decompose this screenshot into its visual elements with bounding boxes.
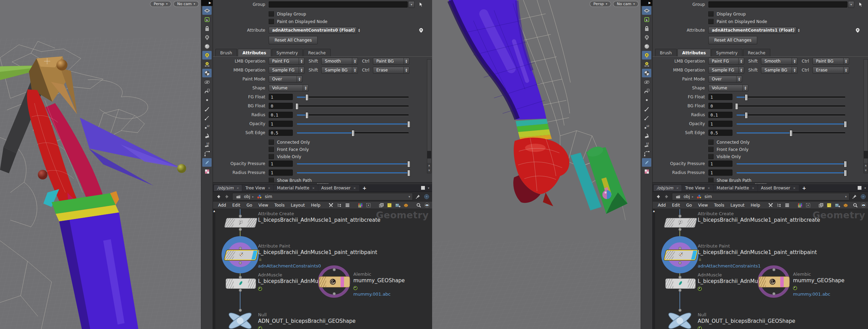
soft-edge-slider[interactable] (737, 130, 845, 136)
flatten-12-icon[interactable] (642, 140, 651, 149)
light-on-icon[interactable] (642, 51, 651, 59)
opacity-slider[interactable] (737, 121, 845, 127)
node-output-dot[interactable] (772, 292, 775, 295)
pane-tab-material-palette[interactable]: Material Palette× (274, 185, 318, 191)
slider-handle[interactable] (844, 161, 847, 167)
nav-forward-icon[interactable] (663, 193, 670, 200)
menu-add[interactable]: Add (215, 203, 229, 208)
tab-attributes[interactable]: Attributes (238, 49, 271, 56)
visible-only-checkbox[interactable] (708, 154, 714, 159)
radius-input[interactable]: 0.1 (708, 112, 732, 118)
toolbar-expand-button[interactable]: ▶ (641, 0, 652, 6)
view-layout-icon[interactable] (202, 6, 212, 15)
menu-tools[interactable]: Tools (711, 203, 728, 208)
network-editor[interactable]: ▲ Geometry Attribute Create L_bicepsBrac… (653, 209, 868, 329)
opacity-pressure-input[interactable]: 1 (708, 161, 732, 167)
paint-on-displayed-checkbox[interactable] (708, 19, 714, 24)
breadcrumb-root[interactable]: obj (684, 194, 690, 199)
scrollbar-thumb[interactable] (864, 151, 868, 158)
checker-icon[interactable] (642, 167, 651, 176)
view-layout-icon[interactable] (642, 6, 651, 15)
fg-float-input[interactable]: 1 (708, 94, 732, 100)
front-face-only-checkbox[interactable] (269, 147, 274, 152)
radius-pressure-input[interactable]: 1 (708, 169, 732, 176)
close-icon[interactable]: × (236, 186, 239, 190)
reset-all-changes-button[interactable]: Reset All Changes (269, 36, 318, 44)
display-group-checkbox[interactable] (269, 11, 274, 17)
node-input-dot[interactable] (239, 215, 242, 218)
breadcrumb[interactable]: obj ▸ sim ▾ (232, 193, 413, 200)
hand-pick-icon[interactable] (202, 87, 212, 95)
light-off-icon[interactable] (642, 33, 651, 42)
list-icon[interactable] (344, 202, 351, 208)
crate-icon[interactable] (403, 202, 409, 208)
node-name-label[interactable]: mummy_GEOShape (353, 277, 405, 284)
node-adnmuscle[interactable] (226, 278, 256, 289)
lmb-operation-dropdown[interactable]: Paint FG▲▼ (708, 58, 744, 65)
radius-input[interactable]: 0.1 (269, 112, 293, 118)
radius-slider[interactable] (737, 112, 845, 118)
viewport-3d[interactable]: Persp▾ No cam▾ (0, 0, 201, 329)
eye-view-icon[interactable] (202, 78, 212, 86)
close-icon[interactable]: × (676, 186, 679, 190)
visible-only-checkbox[interactable] (269, 154, 274, 159)
paint-on-displayed-checkbox[interactable] (269, 19, 274, 24)
menu-edit[interactable]: Edit (229, 203, 243, 208)
tab-recache[interactable]: Recache (743, 49, 770, 56)
group-dropdown-button[interactable]: ▾ (408, 1, 415, 8)
menu-help[interactable]: Help (748, 203, 763, 208)
windows-icon[interactable] (378, 202, 384, 208)
node-name-label[interactable]: ADN_OUT_L_bicepsBrachii_GEOShape (698, 318, 795, 324)
node-attribute-create[interactable] (224, 218, 258, 228)
slider-handle[interactable] (844, 121, 847, 128)
bg-float-slider[interactable] (297, 103, 409, 109)
bg-float-slider[interactable] (737, 103, 845, 109)
close-icon[interactable]: × (268, 186, 271, 190)
lmb-ctrl-dropdown[interactable]: Paint BG▲▼ (813, 58, 849, 65)
pane-menu-caret-icon[interactable]: ▾ (864, 186, 866, 190)
opacity-input[interactable]: 1 (269, 121, 293, 127)
alembic-file-link[interactable]: mummy.001.abc (793, 292, 831, 297)
mmb-operation-dropdown[interactable]: Sample FG▲▼ (269, 67, 304, 74)
light-off-icon[interactable] (202, 33, 212, 42)
node-input-dot[interactable] (678, 215, 682, 218)
tab-attributes[interactable]: Attributes (677, 49, 711, 56)
scroll-down-arrow[interactable]: ▼ (427, 168, 431, 173)
node-name-label[interactable]: mummy_GEOShape (793, 277, 845, 284)
point-12-icon[interactable] (202, 122, 212, 131)
opacity-pressure-input[interactable]: 1 (269, 161, 293, 167)
menu-view[interactable]: View (255, 203, 271, 208)
follow-selection-icon[interactable] (423, 193, 430, 200)
node-name-label[interactable]: L_bicepsBrachii_AdnMuscle1_paint_attribc… (698, 217, 820, 223)
menu-layout[interactable]: Layout (727, 203, 748, 208)
node-null[interactable] (226, 311, 255, 329)
point-icon[interactable] (202, 96, 212, 104)
lmb-shift-dropdown[interactable]: Smooth▲▼ (321, 58, 358, 65)
mmb-shift-dropdown[interactable]: Sample BG▲▼ (761, 67, 797, 74)
menu-go[interactable]: Go (243, 203, 255, 208)
menu-edit[interactable]: Edit (669, 203, 683, 208)
needle-icon[interactable] (642, 113, 651, 122)
tab-symmetry[interactable]: Symmetry (711, 49, 742, 56)
opacity-input[interactable]: 1 (708, 121, 732, 127)
close-icon[interactable]: × (312, 186, 315, 190)
point-12-icon[interactable] (642, 122, 651, 131)
node-output-dot[interactable] (239, 261, 242, 264)
slider-handle[interactable] (306, 94, 309, 101)
nav-back-icon[interactable] (215, 193, 222, 200)
fg-float-slider[interactable] (737, 94, 845, 100)
breadcrumb-current[interactable]: sim (265, 194, 272, 199)
crate-icon[interactable] (842, 202, 849, 208)
pane-tab-asset-browser[interactable]: Asset Browser× (758, 185, 799, 191)
mmb-ctrl-dropdown[interactable]: Erase▲▼ (373, 67, 409, 74)
node-input-dot[interactable] (772, 268, 775, 271)
connected-only-checkbox[interactable] (708, 140, 714, 145)
sticky-note-icon[interactable] (386, 202, 393, 208)
slider-handle[interactable] (745, 94, 748, 101)
path-caret-icon[interactable]: ▾ (845, 195, 847, 198)
bg-float-input[interactable]: 0 (708, 103, 732, 109)
pane-tab-objsim[interactable]: /obj/sim× (214, 185, 242, 191)
image-add-icon[interactable] (834, 202, 840, 208)
scroll-down-arrow[interactable]: ▼ (864, 168, 868, 173)
material-ball-icon[interactable] (642, 69, 651, 77)
